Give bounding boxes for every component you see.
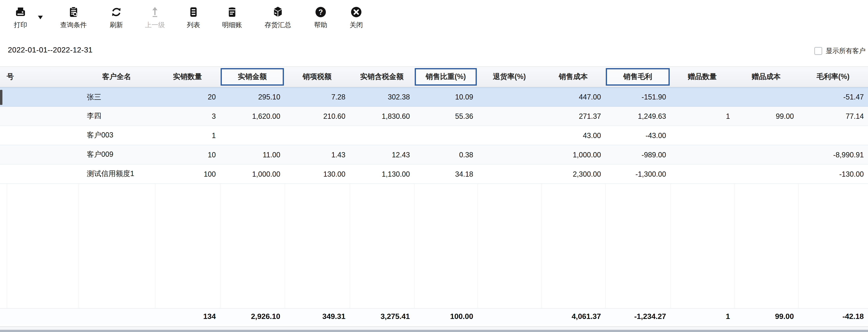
customer-name-cell[interactable]: 测试信用额度1 bbox=[79, 164, 155, 183]
table-cell[interactable] bbox=[0, 145, 7, 164]
table-cell[interactable] bbox=[477, 107, 541, 125]
close-button[interactable]: 关闭 bbox=[343, 6, 370, 30]
table-cell[interactable]: 7.28 bbox=[284, 88, 350, 106]
table-cell[interactable] bbox=[7, 126, 79, 145]
table-cell[interactable]: 1,130.00 bbox=[350, 164, 414, 183]
table-cell[interactable]: -43.00 bbox=[605, 126, 670, 145]
table-cell[interactable]: 34.18 bbox=[414, 164, 477, 183]
table-cell[interactable]: 10.09 bbox=[414, 88, 477, 106]
column-header-8[interactable]: 退货率(%) bbox=[477, 67, 541, 87]
customer-name-cell[interactable]: 客户003 bbox=[79, 126, 155, 145]
column-header-6[interactable]: 实销含税金额 bbox=[350, 67, 414, 87]
table-cell[interactable] bbox=[670, 145, 734, 164]
table-cell[interactable]: 447.00 bbox=[541, 88, 605, 106]
inventory-summary-button[interactable]: 存货汇总 bbox=[258, 6, 298, 30]
table-cell[interactable] bbox=[734, 164, 798, 183]
table-cell[interactable]: -8,990.91 bbox=[798, 145, 868, 164]
horizontal-scrollbar-track[interactable] bbox=[0, 298, 868, 304]
table-cell[interactable] bbox=[0, 126, 7, 145]
table-cell[interactable]: 1,000.00 bbox=[541, 145, 605, 164]
table-cell[interactable]: -130.00 bbox=[798, 164, 868, 183]
table-cell[interactable]: 1,249.63 bbox=[605, 107, 670, 125]
table-cell[interactable]: 1,000.00 bbox=[220, 164, 284, 183]
table-cell[interactable]: 77.14 bbox=[798, 107, 868, 125]
table-cell[interactable] bbox=[7, 145, 79, 164]
list-button[interactable]: 列表 bbox=[180, 6, 207, 30]
column-header-3[interactable]: 实销数量 bbox=[155, 67, 220, 87]
table-cell[interactable]: 130.00 bbox=[284, 164, 350, 183]
table-cell[interactable]: 10 bbox=[155, 145, 220, 164]
table-row-1[interactable]: 李四31,620.00210.601,830.6055.36271.371,24… bbox=[0, 107, 868, 126]
show-all-customers-toggle[interactable]: 显示所有客户 bbox=[814, 47, 866, 56]
table-cell[interactable] bbox=[0, 164, 7, 183]
chevron-down-icon[interactable] bbox=[38, 16, 43, 19]
help-button[interactable]: ? 帮助 bbox=[307, 6, 334, 30]
column-header-13[interactable]: 毛利率(%) bbox=[798, 67, 868, 87]
table-cell[interactable] bbox=[670, 126, 734, 145]
table-cell[interactable]: 11.00 bbox=[220, 145, 284, 164]
table-row-2[interactable]: 客户003143.00-43.00 bbox=[0, 126, 868, 145]
table-cell[interactable] bbox=[477, 164, 541, 183]
table-cell[interactable] bbox=[734, 88, 798, 106]
customer-name-cell[interactable]: 张三 bbox=[79, 88, 155, 106]
column-header-11[interactable]: 赠品数量 bbox=[670, 67, 734, 87]
table-cell[interactable] bbox=[7, 107, 79, 125]
table-cell[interactable]: 1,830.60 bbox=[350, 107, 414, 125]
table-cell[interactable]: 1 bbox=[155, 126, 220, 145]
table-cell[interactable]: -151.90 bbox=[605, 88, 670, 106]
table-cell[interactable]: 20 bbox=[155, 88, 220, 106]
table-cell[interactable] bbox=[220, 126, 284, 145]
table-cell[interactable]: 12.43 bbox=[350, 145, 414, 164]
customer-name-cell[interactable]: 李四 bbox=[79, 107, 155, 125]
table-cell[interactable] bbox=[734, 145, 798, 164]
table-cell[interactable]: 271.37 bbox=[541, 107, 605, 125]
table-cell[interactable] bbox=[284, 126, 350, 145]
table-cell[interactable]: 100 bbox=[155, 164, 220, 183]
table-cell[interactable]: 99.00 bbox=[734, 107, 798, 125]
customer-name-cell[interactable]: 客户009 bbox=[79, 145, 155, 164]
table-cell[interactable] bbox=[734, 126, 798, 145]
table-cell[interactable] bbox=[414, 126, 477, 145]
table-row-0[interactable]: 张三20295.107.28302.3810.09447.00-151.90-5… bbox=[0, 87, 868, 107]
table-cell[interactable]: 295.10 bbox=[220, 88, 284, 106]
table-cell[interactable] bbox=[477, 88, 541, 106]
table-cell[interactable]: 43.00 bbox=[541, 126, 605, 145]
table-row-3[interactable]: 客户0091011.001.4312.430.381,000.00-989.00… bbox=[0, 145, 868, 164]
table-cell[interactable] bbox=[477, 126, 541, 145]
table-cell[interactable] bbox=[670, 164, 734, 183]
table-cell[interactable]: 3 bbox=[155, 107, 220, 125]
column-header-0[interactable] bbox=[0, 67, 7, 87]
show-all-customers-checkbox[interactable] bbox=[814, 47, 822, 55]
table-cell[interactable] bbox=[798, 126, 868, 145]
query-conditions-button[interactable]: 查询条件 bbox=[56, 6, 92, 30]
table-cell[interactable]: 302.38 bbox=[350, 88, 414, 106]
table-cell[interactable]: -51.47 bbox=[798, 88, 868, 106]
column-header-12[interactable]: 赠品成本 bbox=[734, 67, 798, 87]
column-header-4[interactable]: 实销金额 bbox=[220, 67, 284, 87]
table-cell[interactable] bbox=[477, 145, 541, 164]
detail-ledger-button[interactable]: 明细账 bbox=[215, 6, 249, 30]
column-header-7[interactable]: 销售比重(%) bbox=[414, 67, 477, 87]
table-cell[interactable] bbox=[670, 88, 734, 106]
column-header-9[interactable]: 销售成本 bbox=[541, 67, 605, 87]
column-header-5[interactable]: 销项税额 bbox=[284, 67, 350, 87]
table-cell[interactable] bbox=[350, 126, 414, 145]
table-row-4[interactable]: 测试信用额度11001,000.00130.001,130.0034.182,3… bbox=[0, 164, 868, 184]
print-button[interactable]: 打印 bbox=[7, 6, 34, 30]
table-cell[interactable] bbox=[7, 88, 79, 106]
table-cell[interactable] bbox=[0, 107, 7, 125]
table-cell[interactable]: 2,300.00 bbox=[541, 164, 605, 183]
table-cell[interactable]: 0.38 bbox=[414, 145, 477, 164]
column-header-10[interactable]: 销售毛利 bbox=[605, 67, 670, 87]
table-cell[interactable]: 210.60 bbox=[284, 107, 350, 125]
refresh-button[interactable]: 刷新 bbox=[103, 6, 130, 30]
table-cell[interactable]: 1 bbox=[670, 107, 734, 125]
table-cell[interactable]: 1.43 bbox=[284, 145, 350, 164]
table-cell[interactable]: 55.36 bbox=[414, 107, 477, 125]
column-header-1[interactable]: 号 bbox=[7, 67, 79, 87]
table-cell[interactable]: 1,620.00 bbox=[220, 107, 284, 125]
up-level-button[interactable]: 上一级 bbox=[141, 6, 169, 30]
table-cell[interactable]: -989.00 bbox=[605, 145, 670, 164]
table-cell[interactable]: -1,300.00 bbox=[605, 164, 670, 183]
table-cell[interactable] bbox=[7, 164, 79, 183]
